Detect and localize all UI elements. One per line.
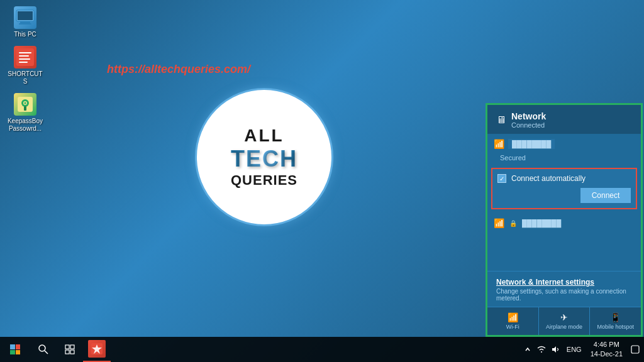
pinned-app-button[interactable] <box>83 337 111 362</box>
network-name: ████████ <box>508 139 555 149</box>
network-panel-header: 🖥 Network Connected <box>487 105 641 134</box>
this-pc-icon-img <box>14 6 36 29</box>
network-settings-desc: Change settings, such as making a connec… <box>496 288 632 302</box>
taskbar-right: ENG 4:46 PM 14-Dec-21 <box>521 337 644 362</box>
desktop: This PC SHORTCUTS <box>0 0 644 362</box>
connect-auto-label: Connect automatically <box>511 174 586 183</box>
taskbar-time: 4:46 PM <box>594 340 619 349</box>
task-view-icon <box>65 344 75 354</box>
wifi-quick-action[interactable]: 📶 Wi-Fi <box>487 307 539 335</box>
svg-rect-4 <box>16 48 34 66</box>
this-pc-label: This PC <box>14 31 36 38</box>
svg-line-15 <box>45 351 48 354</box>
wifi-signal-icon: 📶 <box>494 139 504 149</box>
svg-rect-19 <box>70 350 74 354</box>
shortcuts-icon-img <box>14 46 36 69</box>
network-item-active[interactable]: 📶 ████████ Secured <box>487 134 641 168</box>
svg-rect-17 <box>70 345 74 349</box>
network-monitor-icon: 🖥 <box>496 114 506 126</box>
connect-auto-checkbox[interactable]: ✓ <box>497 174 506 183</box>
svg-rect-11 <box>24 106 26 111</box>
chevron-up-icon[interactable] <box>521 337 534 362</box>
wifi-quick-label: Wi-Fi <box>506 324 519 330</box>
network-panel: 🖥 Network Connected 📶 ████████ Secured ✓… <box>486 103 643 337</box>
svg-rect-7 <box>19 58 30 60</box>
svg-rect-23 <box>631 346 639 353</box>
airplane-quick-label: Airplane mode <box>546 324 582 330</box>
connect-button[interactable]: Connect <box>580 188 631 203</box>
search-button[interactable] <box>30 337 57 362</box>
quick-actions: 📶 Wi-Fi ✈ Airplane mode 📱 Mobile hotspot <box>487 307 641 335</box>
lock-icon: 🔒 <box>509 220 517 227</box>
network-settings-link[interactable]: Network & Internet settings <box>496 278 632 287</box>
airplane-quick-icon: ✈ <box>560 312 568 322</box>
network-title: Network <box>511 111 546 121</box>
logo-circle: ALL TECH QUERIES <box>195 88 333 226</box>
hotspot-quick-label: Mobile hotspot <box>597 324 634 330</box>
connect-auto-row: ✓ Connect automatically <box>497 174 631 183</box>
svg-point-14 <box>39 345 45 351</box>
hotspot-quick-action[interactable]: 📱 Mobile hotspot <box>590 307 641 335</box>
pinned-app-icon <box>88 340 106 358</box>
logo-line2: TECH <box>231 146 297 172</box>
network-subtitle: Connected <box>511 121 546 129</box>
wifi-signal-icon-2: 📶 <box>494 218 504 228</box>
this-pc-icon[interactable]: This PC <box>6 6 44 38</box>
logo-line1: ALL <box>244 126 284 146</box>
notification-icon[interactable] <box>629 337 641 362</box>
website-watermark: https://alltechqueries.com/ <box>107 63 250 76</box>
network-settings: Network & Internet settings Change setti… <box>487 271 641 307</box>
svg-rect-16 <box>65 345 69 349</box>
task-view-button[interactable] <box>57 337 83 362</box>
search-icon <box>38 344 48 354</box>
keepass-label: KeepassBoy Passowrd... <box>6 118 44 133</box>
svg-rect-2 <box>19 23 31 25</box>
network-systray-icon[interactable] <box>535 337 548 362</box>
volume-systray-icon[interactable] <box>549 337 562 362</box>
airplane-quick-action[interactable]: ✈ Airplane mode <box>539 307 591 335</box>
network-header-text: Network Connected <box>511 111 546 129</box>
taskbar-date: 14-Dec-21 <box>591 349 623 359</box>
network-item-header: 📶 ████████ <box>494 139 635 149</box>
logo-line3: QUERIES <box>231 172 297 189</box>
taskbar: ENG 4:46 PM 14-Dec-21 <box>0 337 644 362</box>
desktop-icons: This PC SHORTCUTS <box>6 6 44 133</box>
keepass-icon-img <box>14 93 36 116</box>
svg-rect-18 <box>65 350 69 354</box>
taskbar-left <box>0 337 111 362</box>
svg-rect-8 <box>19 62 28 63</box>
network-item-secondary[interactable]: 📶 🔒 ████████ <box>487 213 641 233</box>
taskbar-clock[interactable]: 4:46 PM 14-Dec-21 <box>587 340 626 359</box>
svg-point-13 <box>25 102 26 104</box>
svg-rect-1 <box>20 21 30 23</box>
wifi-quick-icon: 📶 <box>508 312 518 322</box>
start-button[interactable] <box>0 337 30 362</box>
svg-rect-3 <box>18 11 33 20</box>
shortcuts-icon[interactable]: SHORTCUTS <box>6 46 44 85</box>
svg-marker-22 <box>552 346 556 353</box>
svg-rect-6 <box>19 55 29 57</box>
svg-rect-5 <box>19 52 31 53</box>
windows-logo-icon <box>10 344 20 354</box>
network-secured-label: Secured <box>500 154 526 162</box>
shortcuts-label: SHORTCUTS <box>6 70 44 85</box>
network-name-secondary: ████████ <box>522 219 561 227</box>
keepass-icon[interactable]: KeepassBoy Passowrd... <box>6 93 44 133</box>
hotspot-quick-icon: 📱 <box>610 312 621 322</box>
systray <box>521 337 562 362</box>
network-connect-box: ✓ Connect automatically Connect <box>491 168 637 209</box>
language-label[interactable]: ENG <box>564 346 584 353</box>
